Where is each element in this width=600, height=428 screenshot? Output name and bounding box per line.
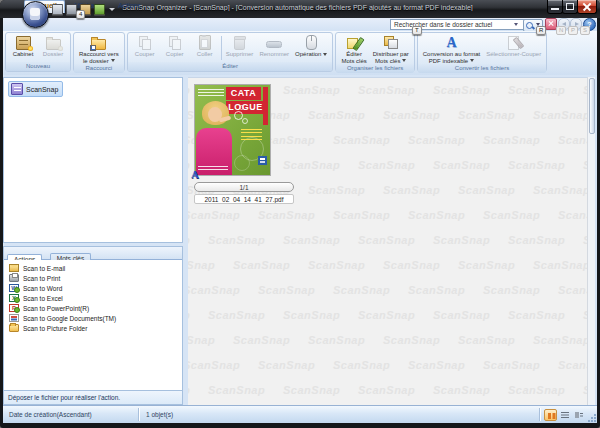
view-mode-icon[interactable] (52, 4, 63, 15)
cabinet-icon (11, 83, 23, 95)
dossier-button[interactable]: Dossier (38, 34, 68, 62)
supprimer-button[interactable]: Supprimer (223, 34, 257, 62)
object-count: 1 objet(s) (146, 411, 173, 418)
watermark-text: ScanSnap (333, 284, 390, 296)
raccourci-dossier-button[interactable]: Raccourci vers le dossier (76, 34, 122, 64)
watermark-text: ScanSnap (508, 384, 565, 396)
ribbon-group-convertir: A Conversion au format PDF indexable Sél… (417, 32, 547, 72)
cover-bottom-text (198, 166, 228, 171)
watermark-text: ScanSnap (558, 284, 587, 296)
coller-button[interactable]: Coller (190, 34, 220, 62)
qat-customize-arrow-icon[interactable] (109, 8, 115, 11)
dropdown-arrow-icon (323, 53, 327, 56)
page-indicator[interactable]: 1/1 (194, 182, 294, 192)
watermark-text: ScanSnap (258, 209, 315, 221)
conversion-pdf-button[interactable]: A Conversion au format PDF indexable (420, 34, 483, 64)
watermark-text: ScanSnap (483, 359, 540, 371)
watermark-text: ScanSnap (433, 234, 490, 246)
paste-icon (199, 35, 211, 50)
thumbnail-view-button[interactable] (544, 409, 557, 421)
detail-view-button[interactable] (572, 409, 585, 421)
watermark-text: ScanSnap (483, 209, 540, 221)
watermark-text: ScanSnap (333, 359, 390, 371)
watermark-text: ScanSnap (558, 209, 587, 221)
scan-icon[interactable] (94, 4, 105, 15)
cover-title-line1: CATA (226, 87, 261, 100)
action-scan-to-word[interactable]: W Scan to Word (4, 283, 182, 293)
watermark-text: ScanSnap (308, 334, 365, 346)
editer-mots-cles-button[interactable]: Éditer Mots clés (338, 34, 369, 64)
watermark-text: ScanSnap (358, 234, 415, 246)
ribbon: Cabinet Dossier Nouveau Raccourci vers l… (3, 31, 597, 76)
cut-icon (139, 36, 151, 49)
actions-list: Scan to E-mail Scan to Print W Scan to W… (4, 260, 182, 389)
watermark-text: ScanSnap (308, 184, 365, 196)
watermark-text: ScanSnap (188, 284, 240, 296)
action-scan-to-excel[interactable]: X Scan to Excel (4, 293, 182, 303)
powerpoint-icon: P (9, 304, 19, 312)
watermark-text: ScanSnap (508, 84, 565, 96)
search-history-arrow-icon[interactable] (514, 23, 518, 26)
maximize-button[interactable] (562, 0, 578, 14)
ribbon-group-organiser: Éditer Mots clés Distribuer par Mots clé… (335, 32, 414, 72)
application-menu-button[interactable] (22, 1, 49, 28)
group-label-editer: Éditer (128, 62, 333, 71)
action-scan-to-picture-folder[interactable]: Scan to Picture Folder (4, 323, 182, 333)
distribute-keywords-icon (384, 36, 398, 49)
watermark-text: ScanSnap (283, 84, 340, 96)
action-scan-to-powerpoint[interactable]: P Scan to PowerPoint(R) (4, 303, 182, 313)
action-scan-to-email[interactable]: Scan to E-mail (4, 263, 182, 273)
actions-panel: Actions Mots clés Scan to E-mail Scan to… (3, 246, 183, 405)
tab-actions[interactable]: Actions (110, 0, 149, 13)
cover-bubble (242, 118, 248, 124)
close-button[interactable] (577, 0, 597, 14)
cabinet-button[interactable]: Cabinet (8, 34, 38, 62)
rename-icon (266, 41, 282, 48)
minimize-button[interactable] (547, 0, 563, 14)
sort-order-status: Date de création(Ascendant) (9, 411, 92, 418)
watermark-text: ScanSnap (483, 284, 540, 296)
renommer-button[interactable]: Renommer (256, 34, 292, 62)
watermark-text: ScanSnap (258, 284, 315, 296)
group-label-raccourci: Raccourci (74, 64, 124, 73)
action-scan-to-google-documents[interactable]: Scan to Google Documents(TM) (4, 313, 182, 323)
action-scan-to-print[interactable]: Scan to Print (4, 273, 182, 283)
ribbon-group-nouveau: Cabinet Dossier Nouveau (5, 32, 71, 72)
keytip-back: N (556, 26, 566, 35)
watermark-text: ScanSnap (433, 384, 490, 396)
copier-button[interactable]: Copier (160, 34, 190, 62)
keytip-help: S (580, 26, 590, 35)
watermark-text: ScanSnap (208, 309, 265, 321)
ribbon-group-editer: Couper Copier Coller Supprimer Reno (127, 32, 334, 72)
file-list-view[interactable]: ScanSnapScanSnapScanSnapScanSnapScanSnap… (188, 77, 587, 406)
couper-button[interactable]: Couper (130, 34, 160, 62)
watermark-text: ScanSnap (283, 309, 340, 321)
watermark-text: ScanSnap (383, 334, 440, 346)
watermark-text: ScanSnap (383, 259, 440, 271)
watermark-text: ScanSnap (408, 284, 465, 296)
selectionner-couper-button[interactable]: Sélectionner-Couper (483, 34, 544, 64)
distribuer-mots-cles-button[interactable]: Distribuer par Mots clés (370, 34, 412, 64)
tree-item-scansnap[interactable]: ScanSnap (8, 81, 63, 97)
list-view-button[interactable] (558, 409, 571, 421)
pdf-thumbnail[interactable]: CATA LOGUE (194, 84, 271, 176)
watermark-text: ScanSnap (233, 334, 290, 346)
dropdown-arrow-icon (470, 59, 474, 62)
keytip-forward: P (568, 26, 578, 35)
cover-bubble (239, 105, 244, 110)
watermark-text: ScanSnap (433, 159, 490, 171)
scrollbar-thumb[interactable] (589, 78, 595, 134)
keytip-qat: 4 (76, 10, 85, 19)
resize-grip-icon[interactable] (588, 414, 596, 422)
vertical-scrollbar[interactable] (587, 77, 595, 405)
keytip-search-button: R (536, 26, 546, 35)
watermark-text: ScanSnap (358, 84, 415, 96)
cabinet-icon (16, 36, 31, 50)
status-separator (539, 408, 540, 421)
group-label-organiser: Organiser les fichiers (336, 64, 413, 73)
cover-decor-circle (234, 155, 250, 171)
excel-icon: X (9, 294, 19, 302)
watermark-text: ScanSnap (358, 384, 415, 396)
operation-button[interactable]: Opération (292, 34, 330, 62)
file-name[interactable]: 2011_02_04_14_41_27.pdf (194, 194, 294, 204)
